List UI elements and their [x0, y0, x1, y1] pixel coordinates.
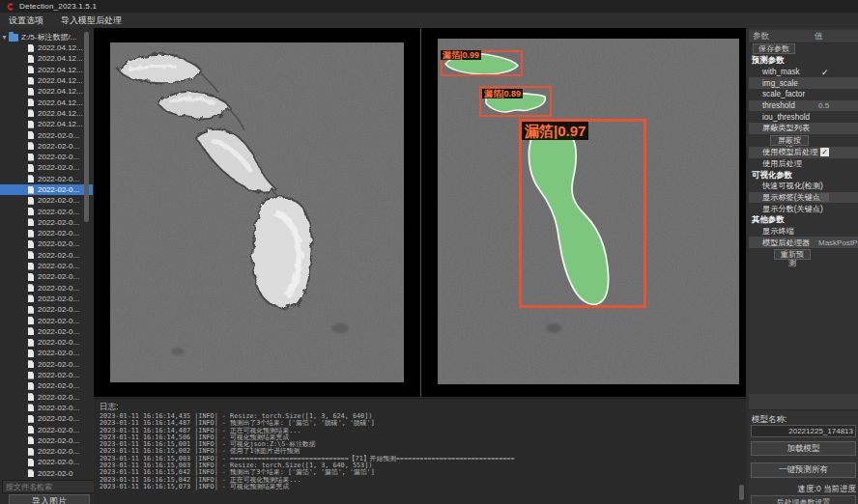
file-name: 2022-02-0...: [38, 381, 79, 390]
tree-root-folder[interactable]: ▼ Z:/5-标注数据/...: [0, 32, 76, 42]
file-tree-item[interactable]: 2022-02-0...: [0, 435, 93, 446]
file-tree-item[interactable]: 2022-02-0...: [0, 380, 93, 391]
param-action-button[interactable]: 屏蔽按钮: [770, 135, 809, 146]
file-tree-panel: ▼ Z:/5-标注数据/... 2022.04.12...2022.04.12.…: [0, 28, 93, 504]
predict-all-button[interactable]: 一键预测所有: [751, 462, 856, 478]
load-model-button[interactable]: 加载模型: [751, 441, 856, 456]
import-images-button[interactable]: 导入图片: [9, 494, 90, 504]
param-row[interactable]: threshold0.5: [749, 100, 858, 112]
tree-scrollbar[interactable]: [84, 32, 89, 476]
file-name: 2022-02-0...: [38, 153, 79, 161]
checkbox[interactable]: ✓: [820, 148, 829, 156]
chevron-down-icon[interactable]: ▼: [0, 34, 9, 41]
file-tree-item[interactable]: 2022-02-0: [0, 468, 93, 479]
file-tree-item[interactable]: 2022.04.12...: [0, 65, 93, 75]
param-label: img_scale: [749, 79, 798, 88]
file-tree-item[interactable]: 2022-02-0...: [0, 348, 93, 358]
param-row[interactable]: 屏蔽类型列表: [749, 123, 858, 134]
file-tree-item[interactable]: 2022-02-0...: [0, 184, 93, 195]
file-tree-item[interactable]: 2022-02-0...: [0, 457, 93, 467]
file-name: 2022-02-0...: [38, 338, 79, 347]
file-icon: [28, 218, 34, 226]
file-tree-item[interactable]: 2022-02-0...: [0, 129, 93, 140]
param-label: 使用后处理: [749, 158, 802, 169]
file-tree-item[interactable]: 2022-02-0...: [0, 370, 93, 380]
param-row[interactable]: scale_factor: [749, 89, 858, 100]
param-row[interactable]: with_mask✓: [749, 67, 858, 78]
file-icon: [28, 44, 34, 52]
file-tree-item[interactable]: 2022.04.12...: [0, 97, 93, 107]
param-row[interactable]: 使用后处理: [749, 158, 858, 170]
file-name: 2022-02-0...: [38, 185, 79, 194]
menu-item-import-postprocess[interactable]: 导入模型后处理: [52, 14, 130, 27]
file-tree-item[interactable]: 2022-02-0...: [0, 238, 93, 249]
file-tree-item[interactable]: 2022.04.12...: [0, 53, 93, 64]
file-tree-item[interactable]: 2022-02-0...: [0, 403, 93, 413]
file-tree-item[interactable]: 2022-02-0...: [0, 152, 93, 162]
file-tree-item[interactable]: 2022-02-0...: [0, 195, 93, 206]
param-column-header: 参数: [749, 31, 815, 42]
param-row[interactable]: 显示标签(关键点): [749, 192, 858, 204]
param-row[interactable]: 使用模型后处理✓: [749, 147, 858, 158]
prediction-image-panel[interactable]: 漏箔|0.99 漏箔|0.89 漏箔|0.97: [438, 39, 739, 384]
file-tree-item[interactable]: 2022-02-0...: [0, 337, 93, 348]
file-tree-item[interactable]: 2022-02-0...: [0, 217, 93, 228]
file-icon: [28, 142, 34, 150]
param-label: 使用模型后处理: [749, 147, 817, 157]
tree-root-label: Z:/5-标注数据/...: [21, 32, 76, 42]
file-icon: [28, 436, 34, 444]
original-image-panel[interactable]: [110, 42, 404, 382]
file-tree-item[interactable]: 2022-02-0...: [0, 326, 93, 337]
param-label: 显示分数(关键点): [749, 204, 823, 214]
file-tree-item[interactable]: 2022.04.12...: [0, 108, 93, 119]
model-name-field[interactable]: 20221225_174813: [751, 425, 856, 437]
file-tree-item[interactable]: 2022-02-0...: [0, 424, 93, 434]
log-scrollbar[interactable]: [739, 401, 744, 503]
file-tree-item[interactable]: 2022-02-0...: [0, 446, 93, 457]
file-tree-item[interactable]: 2022.04.12...: [0, 86, 93, 97]
file-tree-item[interactable]: 2022-02-0...: [0, 250, 93, 261]
param-action-button[interactable]: 保存参数: [753, 43, 795, 54]
file-tree-item[interactable]: 2022-02-0...: [0, 206, 93, 216]
file-tree-item[interactable]: 2022.04.12...: [0, 42, 93, 53]
log-scrollbar-thumb[interactable]: [739, 485, 744, 500]
postprocess-settings-button[interactable]: 后处理参数设置: [751, 495, 856, 504]
detection-label: 漏箔|0.99: [441, 50, 481, 60]
param-row[interactable]: 显示终端: [749, 226, 858, 238]
search-input[interactable]: [2, 480, 95, 493]
param-row[interactable]: 模型后处理器MaskPostPro: [749, 237, 858, 248]
param-button-row: 重新预测: [749, 248, 858, 261]
menu-item-settings[interactable]: 设置选项: [0, 14, 52, 27]
panel-splitter[interactable]: [420, 28, 421, 397]
folder-icon: [9, 34, 18, 42]
file-tree-item[interactable]: 2022-02-0...: [0, 413, 93, 424]
file-tree-item[interactable]: 2022-02-0...: [0, 359, 93, 370]
tree-scrollbar-thumb[interactable]: [84, 32, 89, 222]
param-action-button[interactable]: 重新预测: [774, 249, 811, 260]
file-tree-item[interactable]: 2022-02-0...: [0, 261, 93, 271]
param-row[interactable]: 快速可视化(检测): [749, 181, 858, 192]
param-row[interactable]: img_scale: [749, 77, 858, 89]
log-lines[interactable]: 2023-01-11 16:16:14,435 |INFO| - Resize:…: [100, 413, 737, 490]
file-name: 2022-02-0...: [38, 404, 79, 412]
file-icon: [28, 208, 34, 215]
file-tree-item[interactable]: 2022-02-0...: [0, 141, 93, 152]
file-icon: [28, 197, 34, 205]
file-tree-item[interactable]: 2022-02-0...: [0, 271, 93, 282]
file-tree-item[interactable]: 2022-02-0...: [0, 392, 93, 403]
file-name: 2022-02-0...: [38, 393, 79, 402]
file-name: 2022-02-0...: [38, 284, 79, 293]
file-tree-item[interactable]: 2022-02-0...: [0, 174, 93, 184]
file-tree-item[interactable]: 2022-02-0...: [0, 283, 93, 294]
file-tree-item[interactable]: 2022-02-0...: [0, 162, 93, 173]
param-row[interactable]: iou_threshold: [749, 111, 858, 123]
file-tree-item[interactable]: 2022-02-0...: [0, 228, 93, 238]
file-tree-item[interactable]: 2022.04.12...: [0, 75, 93, 86]
file-tree-item[interactable]: 2022-02-0...: [0, 294, 93, 304]
file-tree-item[interactable]: 2022-02-0...: [0, 304, 93, 315]
checkbox[interactable]: [820, 193, 829, 202]
file-list: 2022.04.12...2022.04.12...2022.04.12...2…: [0, 42, 93, 479]
file-tree-item[interactable]: 2022-02-0...: [0, 315, 93, 325]
param-row[interactable]: 显示分数(关键点): [749, 203, 858, 214]
file-tree-item[interactable]: 2022.04.12...: [0, 119, 93, 129]
